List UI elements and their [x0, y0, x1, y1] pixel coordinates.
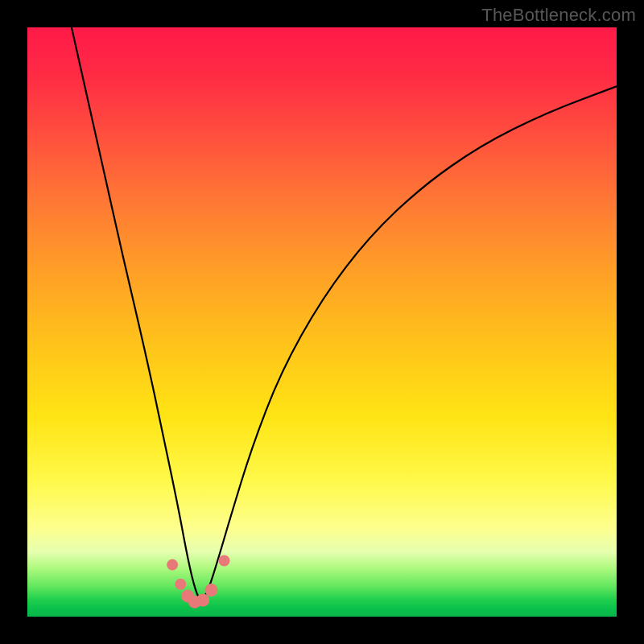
curve-minimum-dots: [167, 555, 229, 609]
bottleneck-curve: [72, 27, 617, 599]
minimum-dot: [175, 579, 186, 590]
chart-svg: [27, 27, 617, 617]
minimum-dot: [204, 584, 217, 597]
minimum-dot: [219, 555, 230, 567]
watermark-text: TheBottleneck.com: [481, 5, 636, 26]
chart-frame: TheBottleneck.com: [0, 0, 644, 644]
minimum-dot: [167, 559, 178, 571]
minimum-dot: [196, 594, 209, 607]
plot-area: [27, 27, 617, 617]
